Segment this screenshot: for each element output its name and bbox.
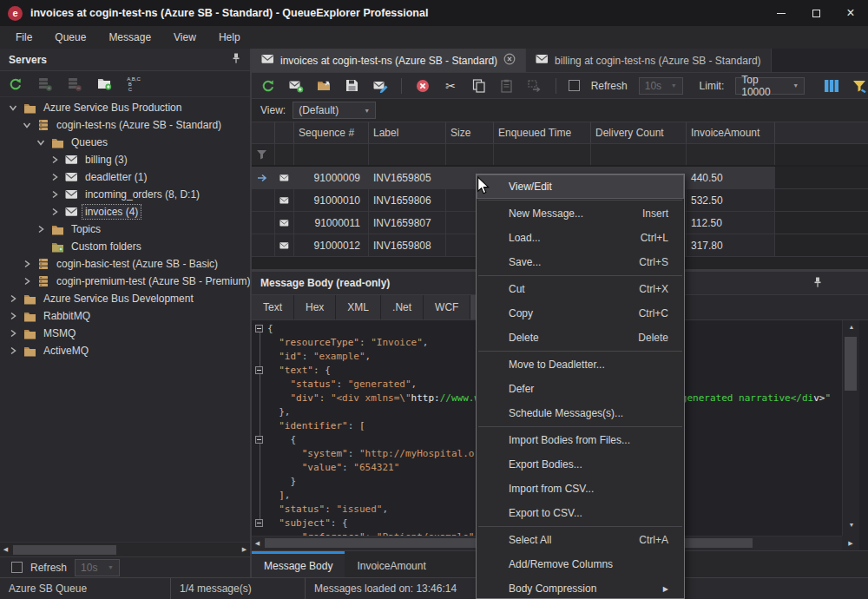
maximize-button[interactable] [799, 0, 833, 26]
expander-down-icon[interactable] [35, 136, 47, 148]
body-tab-net[interactable]: .Net [381, 295, 424, 319]
tree-item-custom[interactable]: Custom folders [0, 238, 250, 255]
context-menu-delete[interactable]: DeleteDelete [477, 326, 684, 350]
refresh-button[interactable] [260, 77, 276, 95]
view-select[interactable]: (Default)▼ [293, 102, 376, 119]
expander-right-icon[interactable] [49, 206, 61, 218]
tree-item-invoices[interactable]: invoices (4) [0, 203, 250, 221]
context-menu-add-remove-columns[interactable]: Add/Remove Columns [477, 552, 684, 576]
expander-down-icon[interactable] [7, 102, 19, 114]
close-tab-icon[interactable] [503, 53, 516, 68]
scroll-right-icon[interactable]: ▶ [239, 546, 250, 553]
rename-abc-button[interactable]: A,B,C B C [125, 76, 142, 93]
expander-right-icon[interactable] [21, 275, 33, 287]
context-menu-schedule-messages-s[interactable]: Schedule Messages(s)... [477, 401, 684, 425]
fold-collapse-icon[interactable] [255, 366, 263, 374]
tree-item-billing[interactable]: billing (3) [0, 151, 250, 168]
menu-file[interactable]: File [4, 26, 43, 49]
cut-button[interactable]: ✂ [442, 77, 458, 95]
new-message-button[interactable] [287, 77, 304, 95]
tree-item-topics[interactable]: Topics [0, 221, 250, 238]
remove-server-button[interactable] [66, 76, 83, 93]
save-button[interactable] [344, 77, 360, 95]
context-menu-export-bodies[interactable]: Export Bodies... [477, 452, 684, 477]
tree-item-cogin-basic-test[interactable]: cogin-basic-test (Azure SB - Basic) [0, 255, 250, 273]
body-tab-wcf[interactable]: WCF [424, 295, 470, 319]
requeue-button[interactable] [527, 77, 543, 95]
context-menu-view-edit[interactable]: View/Edit [477, 174, 684, 199]
edit-message-button[interactable] [372, 77, 389, 95]
context-menu-body-compression[interactable]: Body Compression▶ [477, 576, 684, 599]
context-menu-select-all[interactable]: Select AllCtrl+A [477, 528, 684, 552]
body-tab-text[interactable]: Text [252, 295, 294, 319]
columns-button[interactable] [823, 77, 839, 95]
filter-button[interactable] [852, 77, 868, 95]
expander-down-icon[interactable] [21, 119, 33, 131]
context-menu-import-bodies-from-files[interactable]: Import Bodies from Files... [477, 428, 684, 452]
expander-right-icon[interactable] [49, 154, 61, 166]
servers-refresh-button[interactable] [7, 76, 24, 93]
bottom-tab-invoiceamount[interactable]: InvoiceAmount [345, 551, 437, 577]
tree-item-deadletter[interactable]: deadletter (1) [0, 168, 250, 186]
servers-refresh-checkbox[interactable] [11, 562, 23, 573]
scroll-right-icon[interactable]: ▶ [842, 536, 859, 550]
menu-message[interactable]: Message [97, 26, 162, 49]
expander-right-icon[interactable] [7, 327, 19, 339]
menu-queue[interactable]: Queue [43, 26, 97, 49]
context-menu-import-from-csv[interactable]: Import from CSV... [477, 477, 684, 501]
context-menu-save[interactable]: Save...Ctrl+S [477, 250, 684, 274]
close-button[interactable]: × [833, 0, 868, 26]
tree-item-msmq[interactable]: MSMQ [0, 325, 250, 342]
bottom-tab-message-body[interactable]: Message Body [252, 551, 345, 577]
paste-button[interactable] [498, 77, 515, 95]
delete-message-button[interactable] [414, 77, 431, 95]
refresh-interval-select[interactable]: 10s▼ [639, 77, 683, 95]
body-tab-hex[interactable]: Hex [294, 295, 336, 319]
scroll-down-icon[interactable]: ▼ [843, 522, 860, 528]
menu-help[interactable]: Help [207, 26, 252, 49]
context-menu-copy[interactable]: CopyCtrl+C [477, 301, 684, 326]
auto-refresh-checkbox[interactable] [569, 80, 580, 91]
tree-item-rabbitmq[interactable]: RabbitMQ [0, 307, 250, 325]
tree-item-azure[interactable]: Azure Service Bus Production [0, 99, 250, 116]
grid-filter-row[interactable] [252, 144, 868, 167]
body-tab-xml[interactable]: XML [336, 295, 381, 319]
fold-collapse-icon[interactable] [255, 519, 263, 527]
tree-item-activemq[interactable]: ActiveMQ [0, 342, 250, 359]
scrollbar-thumb[interactable] [845, 337, 857, 391]
context-menu-cut[interactable]: CutCtrl+X [477, 277, 684, 301]
tree-item-queues[interactable]: Queues [0, 134, 250, 151]
context-menu-export-to-csv[interactable]: Export to CSV... [477, 501, 684, 525]
minimize-button[interactable] [764, 0, 799, 26]
expander-right-icon[interactable] [7, 293, 19, 305]
add-server-button[interactable] [36, 76, 54, 93]
menu-view[interactable]: View [162, 26, 207, 49]
context-menu-new-message[interactable]: New Message...Insert [477, 201, 684, 226]
fold-collapse-icon[interactable] [255, 325, 263, 332]
scroll-left-icon[interactable]: ◀ [0, 546, 11, 553]
expander-right-icon[interactable] [35, 223, 47, 235]
expander-right-icon[interactable] [49, 188, 61, 201]
expander-right-icon[interactable] [7, 310, 19, 322]
expander-right-icon[interactable] [7, 345, 19, 357]
limit-select[interactable]: Top 10000▼ [735, 77, 805, 95]
load-button[interactable] [316, 77, 332, 95]
servers-refresh-interval-select[interactable]: 10s▼ [75, 559, 120, 576]
scrollbar-thumb[interactable] [13, 545, 116, 555]
expander-right-icon[interactable] [49, 171, 61, 183]
document-tab-1[interactable]: billing at cogin-test-ns (Azure SB - Sta… [526, 49, 771, 72]
scroll-left-icon[interactable]: ◀ [252, 540, 263, 547]
tree-item-cogin-premium-test[interactable]: cogin-premium-test (Azure SB - Premium) [0, 273, 250, 290]
pin-icon[interactable] [812, 276, 823, 291]
pin-icon[interactable] [231, 52, 241, 67]
document-tab-0[interactable]: invoices at cogin-test-ns (Azure SB - St… [252, 49, 526, 72]
context-menu-load[interactable]: Load...Ctrl+L [477, 226, 684, 250]
tree-item-cogin-test-ns[interactable]: cogin-test-ns (Azure SB - Standard) [0, 116, 250, 134]
expander-right-icon[interactable] [21, 258, 33, 270]
scroll-up-icon[interactable]: ▲ [843, 324, 860, 330]
copy-button[interactable] [470, 77, 487, 95]
context-menu-move-to-deadletter[interactable]: Move to Deadletter... [477, 352, 684, 377]
tree-item-incoming_orders[interactable]: incoming_orders (8, D:1) [0, 186, 250, 203]
context-menu-defer[interactable]: Defer [477, 377, 684, 401]
fold-collapse-icon[interactable] [255, 436, 263, 444]
